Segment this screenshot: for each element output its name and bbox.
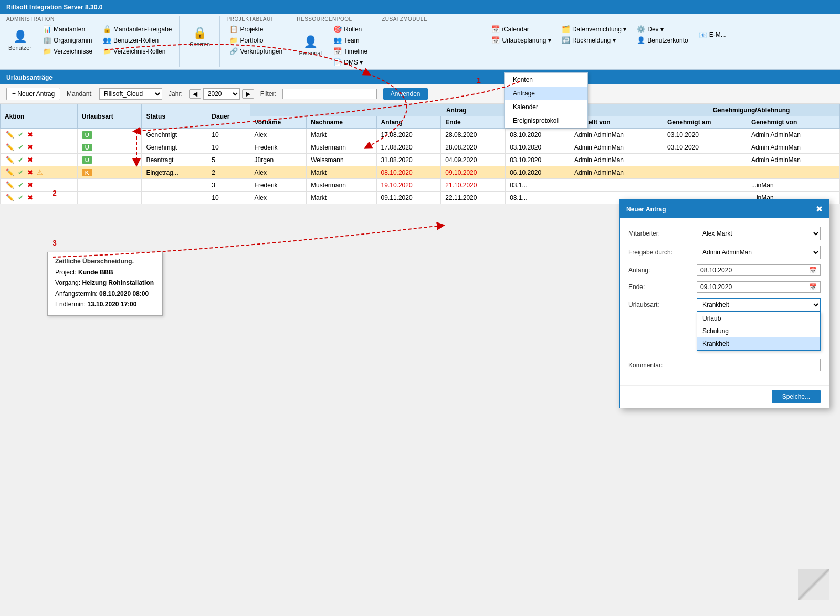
nav-sub-email[interactable]: 📧 E-M... (696, 30, 729, 40)
row-genehmigt-am (663, 154, 747, 166)
nav-sub-portfolio[interactable]: 📁 Portfolio (226, 35, 286, 45)
option-urlaub[interactable]: Urlaub (697, 312, 820, 325)
urlaubsart-dropdown-list: Urlaub Schulung Krankheit (697, 312, 821, 351)
option-krankheit[interactable]: Krankheit (697, 337, 820, 350)
check-icon[interactable]: ✔ (17, 130, 25, 139)
nav-sub-portfolio-label: Portfolio (240, 37, 263, 44)
organigramm-icon: 🏢 (43, 36, 51, 44)
delete-icon[interactable]: ✖ (26, 193, 34, 202)
freigabe-select[interactable]: Admin AdminMan (697, 246, 821, 259)
app-title: Rillsoft Integration Server 8.30.0 (6, 4, 102, 11)
dropdown-item-kalender[interactable]: Kalender (505, 100, 587, 114)
table-row: ✏️ ✔ ✖ U Genehmigt 10 Alex Markt 17.08.2… (1, 129, 840, 141)
modal-close-button[interactable]: ✖ (816, 204, 823, 214)
nav-sub-rollen[interactable]: 🎯 Rollen (330, 24, 371, 34)
urlaubsart-badge: U (82, 131, 92, 139)
check-icon[interactable]: ✔ (17, 180, 25, 189)
row-genehmigt-am (663, 179, 747, 192)
delete-icon[interactable]: ✖ (26, 143, 34, 152)
dropdown-item-antraege[interactable]: Anträge (505, 87, 587, 100)
action-icons: ✏️ ✔ ✖ (5, 143, 73, 152)
urlaubsart-select[interactable]: Krankheit Urlaub Schulung (697, 298, 821, 312)
edit-icon[interactable]: ✏️ (5, 155, 15, 164)
anfang-calendar-icon[interactable]: 📅 (809, 267, 817, 274)
nav-sub-dev-label: Dev ▾ (647, 26, 664, 33)
filter-label: Filter: (260, 90, 276, 98)
nav-sub-benutzer-rollen[interactable]: 👥 Benutzer-Rollen (100, 35, 175, 45)
nav-sub-projekte-label: Projekte (240, 26, 263, 33)
nav-sub-timeline[interactable]: 📅 Timeline (330, 46, 371, 56)
nav-sub-urlaubsplanung[interactable]: 📅 Urlaubsplanung ▾ (488, 35, 554, 45)
year-prev-button[interactable]: ◀ (189, 89, 201, 99)
check-icon[interactable]: ✔ (17, 168, 25, 177)
check-icon[interactable]: ✔ (17, 143, 25, 152)
delete-icon[interactable]: ✖ (26, 180, 34, 189)
nav-sub-projekte[interactable]: 📋 Projekte (226, 24, 286, 34)
row-vorname: Frederik (250, 179, 307, 192)
title-bar: Rillsoft Integration Server 8.30.0 (0, 0, 840, 14)
save-button[interactable]: Speiche... (772, 390, 821, 403)
projekte-icon: 📋 (229, 25, 238, 33)
edit-icon[interactable]: ✏️ (5, 143, 15, 152)
nav-sub-benutzerkonto[interactable]: 👤 Benutzerkonto (634, 35, 691, 45)
edit-icon[interactable]: ✏️ (5, 130, 15, 139)
row-dauer: 10 (207, 129, 250, 141)
check-icon[interactable]: ✔ (17, 155, 25, 164)
mitarbeiter-select[interactable]: Alex Markt (697, 227, 821, 240)
row-genehmigt-am: 03.10.2020 (663, 141, 747, 154)
warning-icon[interactable]: ⚠ (36, 168, 44, 177)
nav-sub-organigramm[interactable]: 🏢 Organigramm (40, 35, 96, 45)
nav-sub-team[interactable]: 👥 Team (330, 35, 371, 45)
nav-sub-verzeichnisse[interactable]: 📁 Verzeichnisse (40, 46, 96, 56)
edit-icon[interactable]: ✏️ (5, 180, 15, 189)
nav-sub-mandanten-label: Mandanten (54, 26, 85, 33)
form-row-mitarbeiter: Mitarbeiter: Alex Markt (628, 227, 821, 240)
mitarbeiter-label: Mitarbeiter: (628, 230, 697, 237)
year-select[interactable]: 2020 (203, 88, 240, 100)
nav-item-benutzer[interactable]: 👤 Benutzer (4, 28, 36, 53)
row-ende: 28.08.2020 (441, 141, 506, 154)
nav-items-sperren: 🔒 Sperren (184, 24, 215, 49)
anfang-date-value: 08.10.2020 (700, 267, 732, 274)
row-ende: 28.08.2020 (441, 129, 506, 141)
delete-icon[interactable]: ✖ (26, 155, 34, 164)
nav-sub-dev[interactable]: ⚙️ Dev ▾ (634, 24, 691, 34)
dropdown-item-ereignisprotokoll[interactable]: Ereignisprotokoll (505, 114, 587, 128)
check-icon[interactable]: ✔ (17, 193, 25, 202)
nav-sub-verzeichnisse-label: Verzeichnisse (54, 48, 92, 55)
kommentar-input[interactable] (697, 359, 821, 371)
nav-sub-datenvernichtung[interactable]: 🗂️ Datenvernichtung ▾ (559, 24, 629, 34)
row-nachname: Mustermann (307, 141, 376, 154)
nav-sub-icalendar[interactable]: 📅 iCalendar (488, 24, 554, 34)
nav-sub-rueckmeldung[interactable]: ↩️ Rückmeldung ▾ (559, 35, 629, 45)
page-header: Urlaubsanträge (0, 70, 840, 84)
nav-sub-mandanten-freigabe[interactable]: 🔓 Mandanten-Freigabe (100, 24, 175, 34)
dropdown-item-konten[interactable]: Konten (505, 73, 587, 87)
nav-sub-dms[interactable]: 📄 DMS ▾ (330, 57, 371, 67)
nav-items-ressourcen: 👤 Personal 🎯 Rollen 👥 Team 📅 Timeline 📄 (295, 24, 371, 67)
option-schulung[interactable]: Schulung (697, 325, 820, 337)
nav-sub-mandanten[interactable]: 📊 Mandanten (40, 24, 96, 34)
edit-icon[interactable]: ✏️ (5, 193, 15, 202)
row-dauer: 3 (207, 179, 250, 192)
modal-footer: Speiche... (620, 385, 829, 408)
nav-section-administration: ADMINISTRATION 👤 Benutzer 📊 Mandanten 🏢 … (0, 16, 180, 67)
edit-icon[interactable]: ✏️ (5, 168, 15, 177)
row-anfang: 31.08.2020 (376, 154, 441, 166)
year-next-button[interactable]: ▶ (242, 89, 254, 99)
nav-item-personal[interactable]: 👤 Personal (295, 33, 326, 58)
delete-icon[interactable]: ✖ (26, 168, 34, 177)
nav-sub-verzeichnis-rollen[interactable]: 📁 Verzeichnis-Rollen (100, 46, 175, 56)
mandant-select[interactable]: Rillsoft_Cloud (99, 88, 162, 100)
email-icon: 📧 (699, 31, 707, 39)
ende-calendar-icon[interactable]: 📅 (809, 283, 817, 291)
nav-item-sperren[interactable]: 🔒 Sperren (184, 24, 215, 49)
number-1: 1 (477, 76, 481, 84)
nav-sub-verknuepfungen[interactable]: 🔗 Verknüpfungen (226, 46, 286, 56)
delete-icon[interactable]: ✖ (26, 130, 34, 139)
apply-button[interactable]: Anwenden (383, 88, 428, 100)
nav-item-benutzer-label: Benutzer (8, 45, 32, 51)
filter-input[interactable] (282, 89, 377, 99)
benutzerkonto-icon: 👤 (637, 36, 645, 44)
new-antrag-button[interactable]: + Neuer Antrag (6, 88, 60, 100)
